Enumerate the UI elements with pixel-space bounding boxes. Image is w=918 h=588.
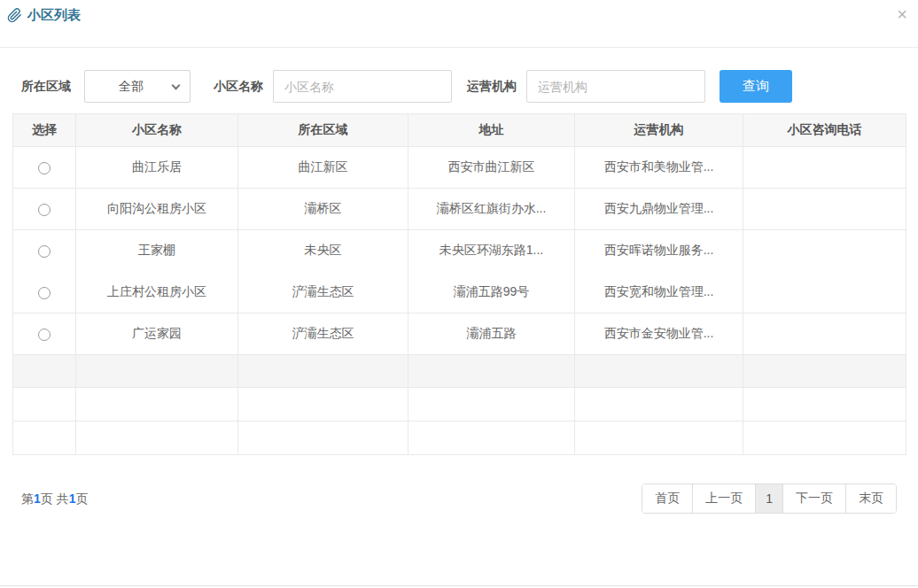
- cell-phone: [743, 230, 906, 272]
- row-select-radio[interactable]: [38, 329, 51, 341]
- cell-operator: 西安市金安物业管...: [575, 313, 743, 355]
- close-icon[interactable]: ×: [897, 5, 907, 23]
- table-row: 曲江乐居 曲江新区 西安市曲江新区 西安市和美物业管...: [13, 147, 906, 189]
- community-table: 选择 小区名称 所在区域 地址 运营机构 小区咨询电话 曲江乐居 曲江新区 西安…: [12, 113, 906, 455]
- cell-phone: [743, 272, 906, 313]
- dialog-title-wrap: 小区列表: [7, 7, 81, 24]
- chevron-down-icon: [172, 81, 181, 90]
- cell-community-name: 广运家园: [76, 313, 238, 355]
- table-row: 上庄村公租房小区 浐灞生态区 灞浦五路99号 西安宽和物业管理...: [13, 272, 906, 313]
- cell-community-name: 上庄村公租房小区: [76, 272, 238, 313]
- pagination-bar: 第1页 共1页 首页 上一页 1 下一页 末页: [0, 484, 918, 514]
- empty-row: [13, 422, 906, 455]
- cell-community-name: 向阳沟公租房小区: [76, 189, 238, 230]
- empty-row: [13, 355, 906, 388]
- next-page-button[interactable]: 下一页: [783, 484, 846, 513]
- filter-bar: 所在区域 全部 小区名称 运营机构 查询: [0, 70, 918, 103]
- community-list-dialog: 小区列表 × 所在区域 全部 小区名称 运营机构 查询 选择 小区名称 所在区域: [0, 0, 918, 586]
- region-select[interactable]: 全部: [84, 70, 191, 103]
- cell-address: 未央区环湖东路1...: [408, 230, 575, 272]
- row-select-radio[interactable]: [38, 162, 51, 174]
- operator-input[interactable]: [526, 70, 705, 103]
- dialog-header: 小区列表 ×: [0, 0, 918, 48]
- cell-region: 灞桥区: [238, 189, 408, 230]
- cell-region: 未央区: [238, 230, 408, 272]
- cell-address: 灞桥区红旗街办水...: [408, 189, 575, 230]
- empty-row: [13, 388, 906, 422]
- page-summary-middle: 页 共: [41, 491, 69, 506]
- cell-address: 西安市曲江新区: [408, 147, 575, 189]
- cell-region: 曲江新区: [238, 147, 408, 189]
- row-select-radio[interactable]: [38, 204, 51, 216]
- community-table-wrap: 选择 小区名称 所在区域 地址 运营机构 小区咨询电话 曲江乐居 曲江新区 西安…: [12, 113, 906, 455]
- header-operator: 运营机构: [575, 114, 743, 147]
- header-select: 选择: [13, 114, 76, 147]
- region-label: 所在区域: [21, 79, 71, 95]
- header-community-name: 小区名称: [76, 114, 238, 147]
- operator-label: 运营机构: [467, 79, 517, 95]
- dialog-title: 小区列表: [27, 7, 81, 24]
- prev-page-button[interactable]: 上一页: [693, 484, 756, 513]
- row-select-radio[interactable]: [38, 245, 51, 258]
- header-address: 地址: [408, 114, 575, 147]
- cell-address: 灞浦五路: [408, 313, 575, 355]
- last-page-button[interactable]: 末页: [846, 484, 896, 513]
- table-header-row: 选择 小区名称 所在区域 地址 运营机构 小区咨询电话: [13, 114, 906, 147]
- cell-region: 浐灞生态区: [238, 272, 408, 313]
- paperclip-icon: [7, 8, 22, 23]
- page-summary-prefix: 第: [21, 491, 34, 506]
- cell-region: 浐灞生态区: [238, 313, 408, 355]
- table-row: 向阳沟公租房小区 灞桥区 灞桥区红旗街办水... 西安九鼎物业管理...: [13, 189, 906, 230]
- community-name-input[interactable]: [273, 70, 452, 103]
- cell-operator: 西安市和美物业管...: [575, 147, 743, 189]
- row-select-radio[interactable]: [38, 287, 51, 299]
- cell-address: 灞浦五路99号: [408, 272, 575, 313]
- cell-phone: [743, 189, 906, 230]
- cell-operator: 西安晖诺物业服务...: [575, 230, 743, 272]
- current-page-number: 1: [34, 491, 41, 506]
- cell-community-name: 王家棚: [76, 230, 238, 272]
- page-summary-suffix: 页: [75, 491, 88, 506]
- cell-operator: 西安九鼎物业管理...: [575, 189, 743, 230]
- first-page-button[interactable]: 首页: [642, 484, 693, 513]
- header-phone: 小区咨询电话: [743, 114, 906, 147]
- page-number-button[interactable]: 1: [756, 484, 783, 513]
- community-name-label: 小区名称: [214, 79, 263, 95]
- page-summary: 第1页 共1页: [21, 491, 88, 507]
- table-row: 王家棚 未央区 未央区环湖东路1... 西安晖诺物业服务...: [13, 230, 906, 272]
- cell-phone: [743, 313, 906, 355]
- pager-button-group: 首页 上一页 1 下一页 末页: [642, 484, 897, 514]
- search-button[interactable]: 查询: [720, 70, 792, 103]
- cell-community-name: 曲江乐居: [76, 147, 238, 189]
- table-row: 广运家园 浐灞生态区 灞浦五路 西安市金安物业管...: [13, 313, 906, 355]
- header-region: 所在区域: [238, 114, 408, 147]
- region-select-value: 全部: [119, 79, 144, 95]
- cell-operator: 西安宽和物业管理...: [575, 272, 743, 313]
- cell-phone: [743, 147, 906, 189]
